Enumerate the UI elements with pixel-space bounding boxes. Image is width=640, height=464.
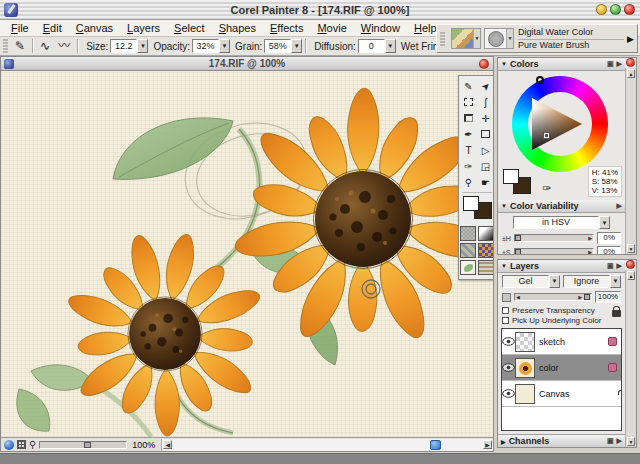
propbar-grip[interactable] — [3, 39, 8, 53]
colors-panel-header[interactable]: ▼ Colors ▣ ▶ — [498, 58, 625, 71]
colors-menu-icon[interactable]: ▶ — [617, 60, 622, 68]
preserve-transparency-row[interactable]: Preserve Transparency — [502, 305, 621, 315]
brush-variant-name[interactable]: Pure Water Brush — [518, 40, 624, 51]
pen-tool[interactable]: ✒ — [460, 126, 477, 142]
variability-s-value[interactable]: 0% — [597, 246, 621, 254]
hue-marker-icon[interactable] — [536, 76, 544, 84]
menu-edit[interactable]: Edit — [36, 21, 69, 35]
visibility-eye-icon[interactable] — [502, 337, 515, 346]
diffusion-field[interactable]: 0 — [358, 39, 385, 53]
grain-field[interactable]: 58% — [264, 39, 291, 53]
weave-selector[interactable] — [478, 243, 493, 258]
preserve-transparency-checkbox[interactable] — [502, 307, 509, 314]
zoom-slider-thumb[interactable] — [84, 442, 91, 448]
menu-canvas[interactable]: Canvas — [69, 21, 120, 35]
crop-tool[interactable] — [460, 110, 477, 126]
menu-shapes[interactable]: Shapes — [212, 21, 263, 35]
layers-menu-icon[interactable]: ▶ — [617, 262, 622, 270]
opacity-dropdown-icon[interactable]: ▼ — [219, 39, 230, 53]
toolbox-color-swatches[interactable] — [462, 192, 492, 222]
brush-selector-grip[interactable] — [440, 32, 445, 46]
opacity-field[interactable]: 32% — [192, 39, 219, 53]
layers-scroll-up-icon[interactable]: ▲ — [627, 271, 635, 280]
variability-mode-select[interactable]: in HSV — [513, 216, 599, 229]
grain-dropdown-icon[interactable]: ▼ — [291, 39, 302, 53]
menu-layers[interactable]: Layers — [120, 21, 167, 35]
horizontal-scroll-thumb[interactable] — [430, 440, 441, 450]
composite-method-select[interactable]: Gel — [502, 275, 549, 288]
selection-adjuster-tool[interactable]: ✛ — [477, 110, 493, 126]
draw-freehand-button[interactable]: ∿ — [36, 39, 54, 53]
brush-variant-button[interactable]: ▼ — [484, 28, 514, 49]
pickup-underlying-row[interactable]: Pick Up Underlying Color — [502, 315, 621, 325]
menu-select[interactable]: Select — [167, 21, 212, 35]
brush-category-name[interactable]: Digital Water Color — [518, 27, 624, 40]
pattern-selector[interactable] — [460, 243, 476, 258]
diffusion-dropdown-icon[interactable]: ▼ — [385, 39, 396, 53]
gradient-selector[interactable] — [478, 226, 493, 241]
sv-marker-icon[interactable] — [544, 133, 549, 138]
brush-variant-dropdown-icon[interactable]: ▼ — [506, 29, 513, 48]
layer-row-color[interactable]: color — [502, 355, 621, 381]
menu-movie[interactable]: Movie — [310, 21, 353, 35]
document-title-bar[interactable]: 174.RIF @ 100% — [1, 57, 493, 71]
nozzle-selector[interactable] — [460, 260, 476, 275]
scroll-right-icon[interactable]: ▶ — [483, 440, 492, 449]
brush-category-button[interactable]: ▼ — [451, 28, 481, 49]
layers-expander-icon[interactable]: ▼ — [501, 263, 507, 269]
colors-expander-icon[interactable]: ▼ — [501, 61, 507, 67]
color-wheel[interactable]: ✑ H: 41% S: 58% V: 13% — [498, 71, 625, 183]
magnifier-tool[interactable]: ⚲ — [460, 174, 477, 190]
layer-row-canvas[interactable]: Canvas — [502, 381, 621, 407]
scroll-left-icon[interactable]: ◀ — [163, 440, 172, 449]
brush-look-selector[interactable] — [478, 260, 493, 275]
drawing-mode-icon[interactable] — [4, 440, 14, 450]
composite-depth-select[interactable]: Ignore — [563, 275, 610, 288]
layer-row-sketch[interactable]: sketch — [502, 329, 621, 355]
title-bar[interactable]: Corel Painter 8 - [174.RIF @ 100%] — [0, 0, 640, 20]
colors-dock-icon[interactable]: ▣ — [607, 60, 614, 68]
visibility-eye-icon[interactable] — [502, 389, 515, 398]
variability-h-slider[interactable]: ▶ — [514, 234, 594, 242]
variability-panel-header[interactable]: ▼ Color Variability ▶ — [498, 200, 625, 213]
document-close-button[interactable] — [479, 59, 489, 69]
composite-method-dropdown-icon[interactable]: ▼ — [549, 275, 560, 288]
visibility-eye-icon[interactable] — [502, 363, 515, 372]
rect-shape-tool[interactable] — [477, 126, 493, 142]
variability-expander-icon[interactable]: ▼ — [501, 203, 507, 209]
close-button[interactable] — [624, 4, 635, 15]
pickup-underlying-checkbox[interactable] — [502, 317, 509, 324]
panel-dropper-icon[interactable]: ✑ — [542, 182, 551, 195]
layers-scroll-down-icon[interactable]: ▼ — [627, 437, 635, 446]
panel-color-swatches[interactable] — [503, 169, 537, 199]
rectangular-select-tool[interactable] — [460, 94, 477, 110]
composite-depth-dropdown-icon[interactable]: ▼ — [610, 275, 621, 288]
variability-mode-dropdown-icon[interactable]: ▼ — [599, 216, 610, 229]
scroll-up-icon[interactable]: ▲ — [627, 69, 635, 78]
zoom-slider[interactable] — [39, 441, 127, 449]
panel-main-color-swatch[interactable] — [503, 169, 519, 184]
menu-effects[interactable]: Effects — [263, 21, 310, 35]
paint-bucket-tool[interactable]: ◲ — [477, 158, 493, 174]
menu-file[interactable]: File — [4, 21, 36, 35]
layers-dock-icon[interactable]: ▣ — [607, 262, 614, 270]
layers-panel-header[interactable]: ▼ Layers ▣ ▶ — [498, 260, 625, 273]
layer-opacity-value[interactable]: 100% — [595, 291, 621, 303]
layers-group-scrollbar[interactable]: ▲ ▼ — [625, 270, 636, 447]
grabber-tool[interactable]: ☛ — [477, 174, 493, 190]
scroll-down-icon[interactable]: ▼ — [627, 244, 635, 253]
channels-panel-header[interactable]: ▶ Channels ▣ ▶ — [498, 434, 625, 447]
dropper-tool[interactable]: ✑ — [460, 158, 477, 174]
minimize-button[interactable] — [596, 4, 607, 15]
maximize-button[interactable] — [610, 4, 621, 15]
variability-h-value[interactable]: 0% — [597, 232, 621, 244]
shape-selection-tool[interactable]: ▷ — [477, 142, 493, 158]
menu-window[interactable]: Window — [354, 21, 407, 35]
paper-selector[interactable] — [460, 226, 476, 241]
colors-group-close-button[interactable] — [626, 58, 635, 67]
layers-group-close-button[interactable] — [626, 260, 635, 269]
layer-opacity-slider[interactable]: ◀▶ — [514, 293, 592, 301]
channels-menu-icon[interactable]: ▶ — [617, 437, 622, 445]
painting-canvas[interactable]: ✎ ➤ ʃ ✛ ✒ T ▷ ✑ ◲ ⚲ ☛ — [1, 71, 493, 437]
draw-straight-lines-button[interactable]: 〰 — [54, 39, 74, 53]
